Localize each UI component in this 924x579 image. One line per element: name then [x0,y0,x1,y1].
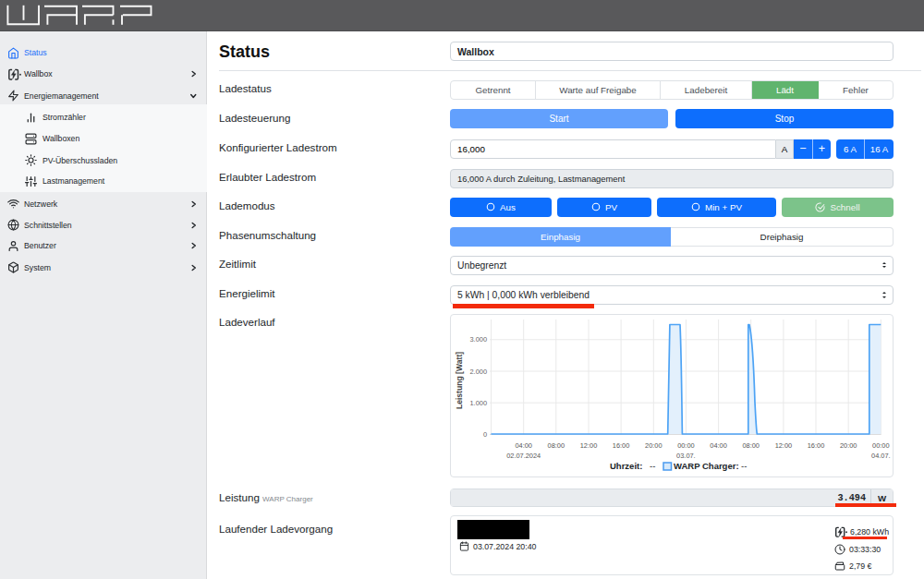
svg-text:12:00: 12:00 [775,441,793,450]
svg-text:2.000: 2.000 [470,368,488,376]
svg-text:03.07.: 03.07. [676,452,696,460]
svg-text:00:00: 00:00 [872,441,890,450]
svg-text:12:00: 12:00 [580,441,598,450]
svg-text:04.07.: 04.07. [871,452,891,460]
svg-text:20:00: 20:00 [840,441,857,450]
svg-text:Uhrzeit:: Uhrzeit: [610,461,642,471]
svg-text:00:00: 00:00 [677,441,695,450]
svg-text:3.000: 3.000 [470,335,488,344]
svg-text:04:00: 04:00 [710,441,727,450]
svg-text:16:00: 16:00 [808,441,825,450]
svg-text:08:00: 08:00 [742,441,760,450]
svg-text:08:00: 08:00 [548,441,565,450]
svg-text:WARP Charger:: WARP Charger: [674,461,739,471]
svg-text:04:00: 04:00 [515,441,532,450]
svg-text:Leistung [Watt]: Leistung [Watt] [455,352,464,409]
svg-text:0: 0 [483,430,487,439]
svg-text:--: -- [741,461,747,471]
svg-text:02.07.2024: 02.07.2024 [506,452,541,460]
svg-text:1.000: 1.000 [470,399,488,407]
svg-text:--: -- [650,461,655,471]
svg-text:16:00: 16:00 [613,441,630,450]
svg-text:20:00: 20:00 [645,441,663,450]
